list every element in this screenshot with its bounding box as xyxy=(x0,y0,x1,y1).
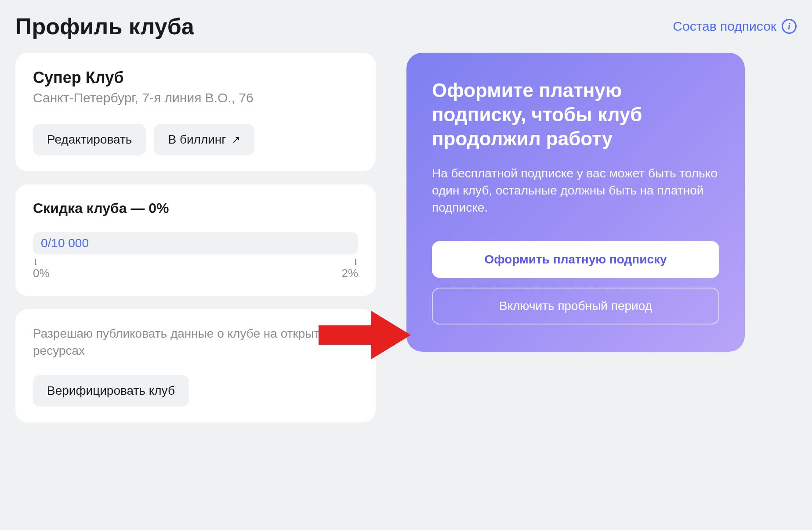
subscription-composition-link[interactable]: Состав подписок i xyxy=(673,19,797,34)
discount-title: Скидка клуба — 0% xyxy=(33,200,358,216)
discount-progress-bar: 0/10 000 xyxy=(33,232,358,254)
discount-card: Скидка клуба — 0% 0/10 000 0% 2% xyxy=(15,184,376,296)
subscribe-paid-label: Оформить платную подписку xyxy=(484,252,667,266)
tick-min xyxy=(35,259,36,265)
edit-button[interactable]: Редактировать xyxy=(33,124,146,155)
verify-card: Разрешаю публиковать данные о клубе на о… xyxy=(15,309,376,422)
page-title: Профиль клуба xyxy=(15,13,194,40)
club-info-card: Супер Клуб Санкт-Петербург, 7-я линия В.… xyxy=(15,53,376,171)
verify-club-button[interactable]: Верифицировать клуб xyxy=(33,375,189,407)
billing-button[interactable]: В биллинг ↗ xyxy=(154,124,254,155)
tick-labels: 0% 2% xyxy=(33,267,358,280)
verify-button-label: Верифицировать клуб xyxy=(47,384,175,398)
tick-row xyxy=(33,259,358,265)
enable-trial-label: Включить пробный период xyxy=(499,299,652,313)
subscribe-paid-button[interactable]: Оформить платную подписку xyxy=(432,241,719,278)
edit-button-label: Редактировать xyxy=(47,133,132,147)
tick-label-min: 0% xyxy=(33,267,50,280)
club-address: Санкт-Петербург, 7-я линия В.О., 76 xyxy=(33,90,358,105)
header-row: Профиль клуба Состав подписок i xyxy=(15,13,797,40)
subscription-promo-card: Оформите платную подписку, чтобы клуб пр… xyxy=(406,53,745,352)
svg-marker-1 xyxy=(371,311,411,359)
progress-value: 0/10 000 xyxy=(41,236,89,250)
external-link-icon: ↗ xyxy=(232,133,240,146)
enable-trial-button[interactable]: Включить пробный период xyxy=(432,288,719,324)
tick-max xyxy=(355,259,356,265)
promo-title: Оформите платную подписку, чтобы клуб пр… xyxy=(432,78,719,151)
club-name: Супер Клуб xyxy=(33,69,358,87)
subscription-link-label: Состав подписок xyxy=(673,19,776,34)
billing-button-label: В биллинг xyxy=(168,133,226,147)
promo-description: На бесплатной подписке у вас может быть … xyxy=(432,165,719,216)
publish-permission-text: Разрешаю публиковать данные о клубе на о… xyxy=(33,325,358,359)
tick-label-max: 2% xyxy=(341,267,358,280)
info-icon: i xyxy=(782,19,797,34)
